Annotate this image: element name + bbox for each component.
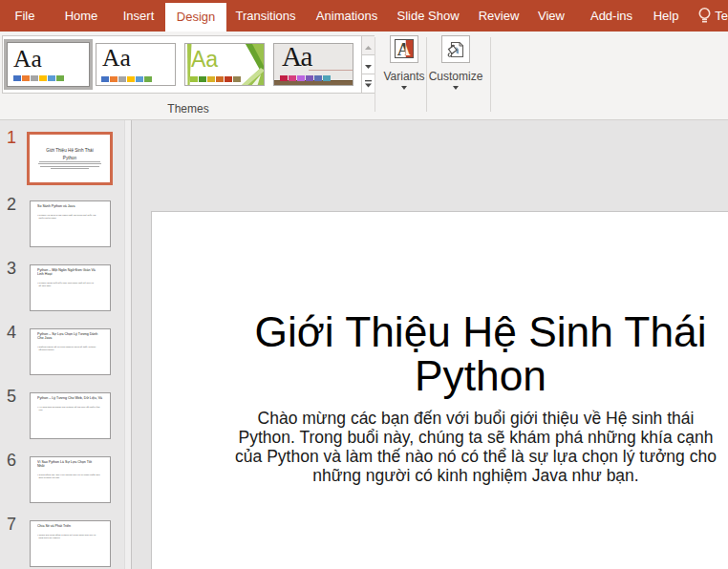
svg-text:Aa: Aa [191,47,218,72]
